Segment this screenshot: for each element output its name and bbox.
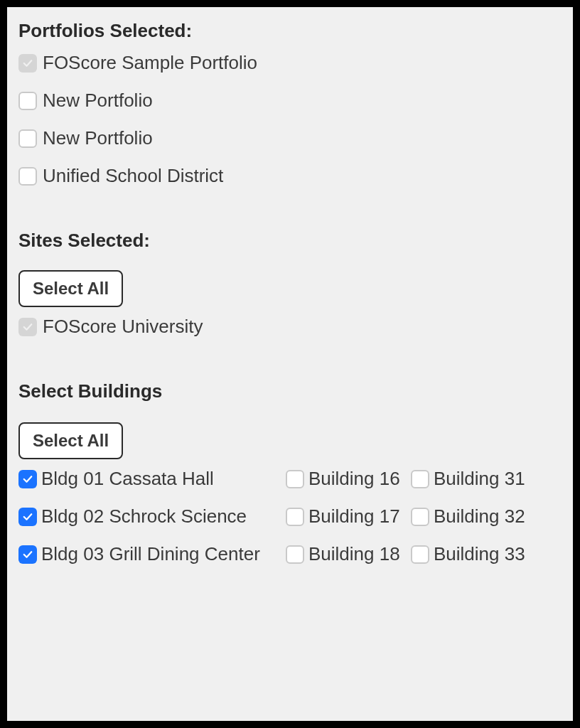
building-label: Building 33 (434, 543, 525, 565)
portfolio-label: Unified School District (43, 165, 223, 187)
portfolios-heading: Portfolios Selected: (18, 20, 562, 42)
checkbox-empty[interactable] (411, 508, 429, 526)
portfolio-label: New Portfolio (43, 90, 153, 112)
buildings-heading: Select Buildings (18, 380, 562, 402)
building-item: Building 32 (411, 505, 525, 528)
portfolio-item: New Portfolio (18, 127, 562, 149)
building-item: Bldg 01 Cassata Hall (18, 468, 286, 490)
building-label: Building 32 (434, 505, 525, 528)
portfolio-item: Unified School District (18, 165, 562, 187)
site-label: FOScore University (43, 316, 203, 338)
portfolio-item: New Portfolio (18, 90, 562, 112)
building-item: Bldg 02 Schrock Science (18, 505, 286, 528)
checkbox-empty[interactable] (18, 129, 37, 148)
building-item: Building 18 (286, 543, 411, 565)
buildings-row: Bldg 02 Schrock Science Building 17 Buil… (18, 505, 562, 528)
building-item: Building 31 (411, 468, 525, 490)
site-item: FOScore University (18, 316, 562, 338)
building-label: Bldg 03 Grill Dining Center (41, 543, 260, 565)
portfolio-item: FOScore Sample Portfolio (18, 52, 562, 74)
building-label: Building 17 (308, 505, 400, 528)
portfolio-label: FOScore Sample Portfolio (43, 52, 257, 74)
buildings-row: Bldg 01 Cassata Hall Building 16 Buildin… (18, 468, 562, 490)
portfolio-label: New Portfolio (43, 127, 153, 149)
checkbox-empty[interactable] (411, 545, 429, 564)
building-label: Building 31 (434, 468, 525, 490)
checkbox-checked[interactable] (18, 470, 37, 488)
select-all-sites-button[interactable]: Select All (18, 270, 123, 307)
checkbox-empty[interactable] (411, 470, 429, 488)
site-list: FOScore University (18, 316, 562, 338)
selection-panel: Portfolios Selected: FOScore Sample Port… (7, 7, 573, 721)
building-item: Bldg 03 Grill Dining Center (18, 543, 286, 565)
building-label: Building 18 (308, 543, 400, 565)
portfolio-list: FOScore Sample Portfolio New Portfolio N… (18, 52, 562, 187)
building-item: Building 33 (411, 543, 525, 565)
building-item: Building 17 (286, 505, 411, 528)
checkbox-empty[interactable] (286, 508, 304, 526)
building-label: Bldg 01 Cassata Hall (41, 468, 214, 490)
buildings-row: Bldg 03 Grill Dining Center Building 18 … (18, 543, 562, 565)
checkbox-disabled-checked[interactable] (18, 318, 37, 336)
select-all-buildings-button[interactable]: Select All (18, 422, 123, 459)
checkbox-checked[interactable] (18, 508, 37, 526)
checkbox-checked[interactable] (18, 545, 37, 564)
buildings-grid: Bldg 01 Cassata Hall Building 16 Buildin… (18, 468, 562, 565)
checkbox-empty[interactable] (18, 92, 37, 110)
building-label: Bldg 02 Schrock Science (41, 505, 247, 528)
building-label: Building 16 (308, 468, 400, 490)
checkbox-empty[interactable] (286, 470, 304, 488)
checkbox-empty[interactable] (286, 545, 304, 564)
checkbox-disabled-checked[interactable] (18, 54, 37, 73)
building-item: Building 16 (286, 468, 411, 490)
sites-heading: Sites Selected: (18, 230, 562, 252)
checkbox-empty[interactable] (18, 167, 37, 186)
